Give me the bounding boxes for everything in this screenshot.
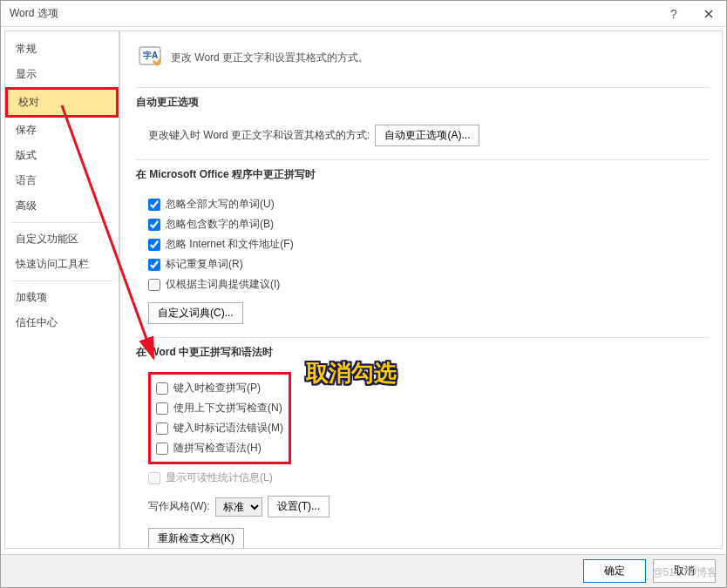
- label-ignore-numbers[interactable]: 忽略包含数字的单词(B): [166, 217, 274, 232]
- annotation-highlight-sidebar: 校对: [5, 87, 119, 118]
- autocorrect-desc: 更改键入时 Word 更正文字和设置其格式的方式:: [148, 128, 370, 143]
- checkbox-suggest-main-dict[interactable]: [148, 279, 160, 291]
- section-autocorrect-title: 自动更正选项: [136, 87, 710, 115]
- ok-button[interactable]: 确定: [583, 559, 646, 583]
- label-mark-grammar[interactable]: 键入时标记语法错误(M): [173, 421, 283, 436]
- cancel-button[interactable]: 取消: [653, 559, 716, 583]
- checkbox-ignore-numbers[interactable]: [148, 219, 160, 231]
- page-header-text: 更改 Word 更正文字和设置其格式的方式。: [171, 51, 369, 65]
- svg-text:字A: 字A: [143, 51, 158, 60]
- checkbox-readability-stats: [148, 472, 160, 484]
- close-button[interactable]: [691, 1, 726, 27]
- sidebar-item-qat[interactable]: 快速访问工具栏: [5, 252, 119, 277]
- label-check-grammar-with-spelling[interactable]: 随拼写检查语法(H): [173, 441, 262, 456]
- sidebar-item-trust[interactable]: 信任中心: [5, 310, 119, 335]
- section-autocorrect-body: 更改键入时 Word 更正文字和设置其格式的方式: 自动更正选项(A)...: [136, 115, 710, 156]
- label-contextual-spelling[interactable]: 使用上下文拼写检查(N): [173, 401, 282, 416]
- content-inner: 字A 更改 Word 更正文字和设置其格式的方式。 自动更正选项 更改键入时 W…: [127, 35, 718, 549]
- page-header: 字A 更改 Word 更正文字和设置其格式的方式。: [136, 37, 710, 84]
- annotation-highlight-checkboxes: 键入时检查拼写(P) 使用上下文拼写检查(N) 键入时标记语法错误(M) 随拼写…: [148, 372, 291, 464]
- label-check-spelling[interactable]: 键入时检查拼写(P): [173, 381, 261, 395]
- custom-dictionaries-button[interactable]: 自定义词典(C)...: [148, 302, 243, 324]
- dialog-body: 常规 显示 校对 保存 版式 语言 高级 自定义功能区 快速访问工具栏 加载项 …: [1, 27, 726, 552]
- proofing-icon: 字A: [136, 44, 164, 71]
- sidebar-item-general[interactable]: 常规: [5, 37, 119, 62]
- sidebar-item-proofing[interactable]: 校对: [8, 90, 116, 115]
- dialog-footer: 确定 取消: [1, 554, 726, 587]
- close-icon: [704, 10, 713, 18]
- section-word-body: 键入时检查拼写(P) 使用上下文拼写检查(N) 键入时标记语法错误(M) 随拼写…: [136, 365, 710, 549]
- label-ignore-uppercase[interactable]: 忽略全部大写的单词(U): [166, 197, 275, 212]
- checkbox-flag-repeated[interactable]: [148, 259, 160, 271]
- label-readability-stats: 显示可读性统计信息(L): [166, 470, 273, 485]
- content-pane[interactable]: 字A 更改 Word 更正文字和设置其格式的方式。 自动更正选项 更改键入时 W…: [119, 30, 723, 549]
- sidebar-divider: [12, 280, 112, 281]
- checkbox-ignore-uppercase[interactable]: [148, 199, 160, 211]
- section-word-title: 在 Word 中更正拼写和语法时: [136, 337, 710, 365]
- sidebar-item-advanced[interactable]: 高级: [5, 193, 119, 219]
- writing-style-label: 写作风格(W):: [148, 499, 210, 514]
- help-button[interactable]: ?: [656, 1, 691, 27]
- checkbox-mark-grammar[interactable]: [156, 422, 168, 435]
- titlebar: Word 选项 ?: [1, 1, 726, 27]
- sidebar-item-customize-ribbon[interactable]: 自定义功能区: [5, 226, 119, 252]
- label-suggest-main-dict[interactable]: 仅根据主词典提供建议(I): [166, 277, 280, 292]
- section-office-body: 忽略全部大写的单词(U) 忽略包含数字的单词(B) 忽略 Internet 和文…: [136, 187, 710, 334]
- recheck-document-button[interactable]: 重新检查文档(K): [148, 528, 244, 549]
- section-office-title: 在 Microsoft Office 程序中更正拼写时: [136, 159, 710, 187]
- word-options-dialog: Word 选项 ? 常规 显示 校对 保存 版式 语言 高级 自定义功能区 快速…: [0, 0, 727, 588]
- checkbox-check-spelling[interactable]: [156, 382, 168, 395]
- sidebar-item-addins[interactable]: 加载项: [5, 285, 119, 310]
- checkbox-contextual-spelling[interactable]: [156, 402, 168, 415]
- sidebar-item-display[interactable]: 显示: [5, 62, 119, 87]
- label-ignore-internet[interactable]: 忽略 Internet 和文件地址(F): [166, 237, 294, 252]
- autocorrect-options-button[interactable]: 自动更正选项(A)...: [375, 125, 479, 146]
- checkbox-ignore-internet[interactable]: [148, 239, 160, 251]
- dialog-title: Word 选项: [10, 6, 656, 21]
- sidebar: 常规 显示 校对 保存 版式 语言 高级 自定义功能区 快速访问工具栏 加载项 …: [4, 30, 119, 549]
- label-flag-repeated[interactable]: 标记重复单词(R): [166, 257, 243, 272]
- sidebar-item-save[interactable]: 保存: [5, 118, 119, 143]
- writing-style-select[interactable]: 标准: [215, 497, 262, 517]
- checkbox-check-grammar-with-spelling[interactable]: [156, 443, 168, 455]
- sidebar-item-language[interactable]: 语言: [5, 168, 119, 193]
- settings-button[interactable]: 设置(T)...: [268, 496, 330, 517]
- sidebar-item-layout[interactable]: 版式: [5, 143, 119, 168]
- sidebar-divider: [12, 222, 112, 223]
